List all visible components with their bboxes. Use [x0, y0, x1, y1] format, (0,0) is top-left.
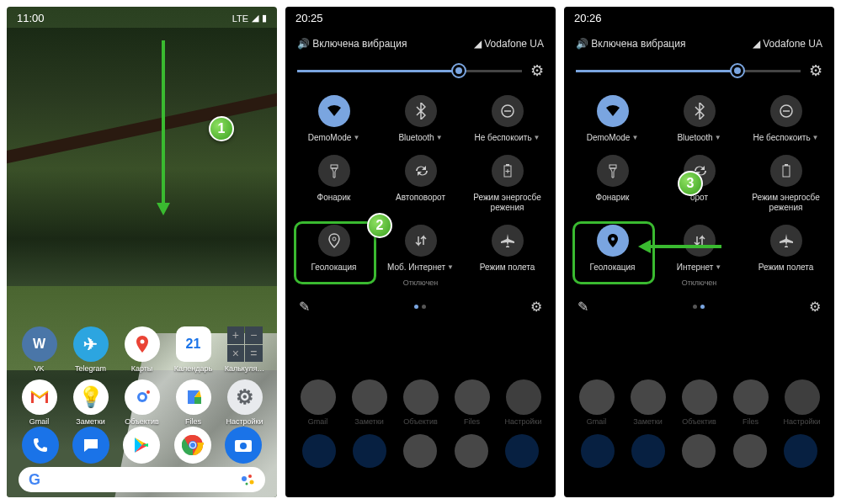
phone-home-screen: 11:00 LTE◢▮ Суббота, 2 авг. ☽ 21°C 1 WVK…: [7, 7, 277, 497]
status-icons: LTE◢▮: [232, 12, 267, 24]
tile-battery-saver[interactable]: Режим энергосбе режения: [466, 155, 549, 213]
app-calculator[interactable]: +−×= Калькуля…: [221, 326, 269, 373]
tile-dnd[interactable]: Не беспокоить▼: [466, 95, 549, 143]
bg-app-grid: Gmail Заметки Объектив Files Настройки: [285, 379, 556, 426]
dock-chrome[interactable]: [174, 427, 211, 464]
tile-airplane[interactable]: Режим полета: [744, 225, 828, 287]
app-maps[interactable]: Карты: [118, 326, 166, 373]
clock: 11:00: [17, 12, 45, 24]
svg-point-2: [140, 340, 144, 344]
app-calendar[interactable]: 21Календарь: [169, 326, 217, 373]
tile-wifi[interactable]: DemoMode▼: [571, 95, 654, 143]
settings-gear-icon[interactable]: ⚙: [530, 61, 544, 80]
page-indicator: [693, 305, 705, 309]
dock-messages[interactable]: [72, 427, 109, 464]
status-bar: 20:26: [564, 7, 834, 29]
clock: 20:26: [574, 12, 602, 24]
settings-icon[interactable]: ⚙: [530, 299, 542, 315]
svg-point-5: [146, 390, 150, 394]
tutorial-highlight: [294, 221, 376, 284]
app-settings[interactable]: ⚙Настройки: [221, 379, 269, 426]
assistant-icon[interactable]: [240, 472, 255, 487]
qs-header: 🔊 Включена вибрация ◢ Vodafone UA: [564, 29, 834, 61]
edit-tiles-icon[interactable]: ✎: [578, 299, 588, 315]
dock-phone[interactable]: [22, 427, 59, 464]
app-telegram[interactable]: ✈Telegram: [67, 326, 114, 373]
dock-camera[interactable]: [225, 427, 262, 464]
dock: [7, 427, 277, 464]
carrier: ◢ Vodafone UA: [753, 38, 822, 50]
app-gmail[interactable]: Gmail: [15, 379, 63, 426]
edit-tiles-icon[interactable]: ✎: [299, 299, 310, 315]
carrier: ◢ Vodafone UA: [474, 38, 544, 50]
tile-wifi[interactable]: DemoMode▼: [292, 95, 375, 143]
tile-bluetooth[interactable]: Bluetooth▼: [379, 95, 462, 143]
svg-rect-20: [506, 164, 509, 166]
svg-rect-27: [783, 166, 790, 177]
tile-bluetooth[interactable]: Bluetooth▼: [657, 95, 741, 143]
ringer-status[interactable]: 🔊 Включена вибрация: [297, 38, 407, 50]
svg-point-11: [240, 443, 247, 449]
tile-battery-saver[interactable]: Режим энергосбе режения: [744, 155, 828, 213]
svg-point-14: [250, 480, 254, 485]
tile-mobile-data[interactable]: Моб. Интернет▼Отключен: [379, 225, 462, 287]
app-lens[interactable]: Объектив: [118, 379, 166, 426]
tutorial-arrow-left: [637, 238, 721, 255]
google-g-icon: G: [29, 471, 40, 489]
bg-dock: [285, 434, 556, 468]
bg-dock: [564, 434, 834, 468]
step-badge-1: 1: [209, 116, 234, 141]
app-files[interactable]: Files: [169, 379, 217, 426]
tile-autorotate[interactable]: Автоповорот: [379, 155, 462, 213]
svg-point-15: [246, 483, 248, 485]
step-badge-3: 3: [678, 171, 703, 196]
tile-mobile-data[interactable]: Интернет▼Отключен: [657, 225, 741, 287]
app-vk[interactable]: WVK: [15, 326, 63, 373]
dock-play[interactable]: [123, 427, 160, 464]
svg-rect-18: [331, 165, 338, 168]
qs-footer: ✎ ⚙: [285, 287, 556, 326]
clock: 20:25: [295, 12, 323, 24]
phone-quicksettings-off: 20:25 🔊 Включена вибрация ◢ Vodafone UA …: [285, 7, 556, 497]
svg-point-12: [242, 476, 247, 481]
tile-dnd[interactable]: Не беспокоить▼: [744, 95, 828, 143]
svg-point-13: [248, 475, 252, 478]
tile-flashlight[interactable]: Фонарик: [571, 155, 654, 213]
svg-point-4: [140, 395, 145, 400]
svg-rect-26: [609, 165, 616, 168]
svg-point-9: [190, 443, 195, 448]
svg-marker-1: [157, 203, 170, 215]
tile-flashlight[interactable]: Фонарик: [292, 155, 375, 213]
qs-header: 🔊 Включена вибрация ◢ Vodafone UA: [285, 29, 556, 61]
svg-rect-28: [785, 164, 788, 166]
status-bar: 11:00 LTE◢▮: [7, 7, 277, 29]
ringer-status[interactable]: 🔊 Включена вибрация: [576, 38, 685, 50]
brightness-slider[interactable]: ⚙: [564, 61, 834, 95]
status-bar: 20:25: [285, 7, 556, 29]
brightness-slider[interactable]: ⚙: [285, 61, 556, 95]
step-badge-2: 2: [367, 213, 392, 238]
app-keep[interactable]: 💡Заметки: [67, 379, 114, 426]
tutorial-arrow-down: [155, 40, 172, 217]
search-bar[interactable]: G: [19, 467, 265, 492]
tile-airplane[interactable]: Режим полета: [466, 225, 549, 287]
app-grid: WVK ✈Telegram Карты 21Календарь +−×= Кал…: [7, 326, 277, 426]
phone-quicksettings-on: 20:26 🔊 Включена вибрация ◢ Vodafone UA …: [564, 7, 834, 497]
settings-icon[interactable]: ⚙: [809, 299, 821, 315]
qs-footer: ✎ ⚙: [564, 287, 834, 326]
settings-gear-icon[interactable]: ⚙: [809, 61, 822, 80]
page-indicator: [414, 305, 426, 309]
svg-marker-31: [638, 240, 651, 253]
bg-app-grid: Gmail Заметки Объектив Files Настройки: [564, 379, 834, 426]
